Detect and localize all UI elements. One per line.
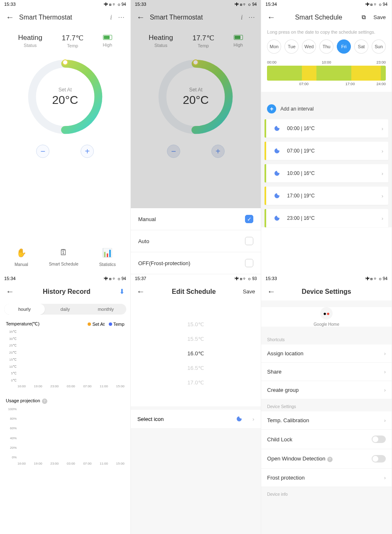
chevron-right-icon: › (382, 170, 383, 177)
day-chip-thu[interactable]: Thu (319, 39, 333, 54)
chevron-right-icon: › (252, 416, 254, 422)
time-range-tabs: hourly daily monthly (4, 304, 126, 315)
interval-row[interactable]: 23:00 | 16°C› (265, 209, 388, 227)
moon-icon (274, 170, 280, 177)
chevron-right-icon: › (382, 126, 383, 132)
usage-chart: Usage projection? 100%80%60%40%20%0% 16:… (2, 395, 128, 469)
tab-hourly[interactable]: hourly (4, 304, 45, 315)
status-icons: ✱ ⊠ ᯤ ▢94 (104, 2, 126, 7)
share[interactable]: Share› (261, 363, 392, 381)
back-icon[interactable]: ← (6, 12, 14, 22)
header: ← Smart Thermostat i ⋯ (0, 8, 130, 26)
back-icon[interactable]: ← (267, 287, 275, 296)
device-settings: 15:33✱ ⊠ ᯤ ▢94 ← Device Settings ●● Goog… (261, 274, 392, 534)
day-chip-tue[interactable]: Tue (284, 39, 299, 54)
calendar-icon: 🗓 (49, 248, 78, 257)
hand-icon: ✋ (15, 248, 28, 258)
chevron-right-icon: › (382, 215, 383, 221)
smart-schedule: 15:34✱ ⊠ ᯤ ▢94 ← Smart Schedule ⧉ Save L… (261, 0, 392, 274)
chevron-right-icon: › (384, 475, 386, 481)
open-window-detection[interactable]: Open Window Detection? (261, 449, 392, 469)
readout-row: HeatingStatus 17.7℃Temp High (0, 26, 130, 52)
checkbox-checked-icon[interactable]: ✓ (245, 215, 253, 223)
save-button[interactable]: Save (373, 14, 386, 20)
checkbox-icon[interactable] (245, 237, 253, 245)
select-icon-row[interactable]: Select icon › (131, 410, 261, 428)
child-lock[interactable]: Child Lock (261, 430, 392, 449)
moon-icon (274, 192, 280, 199)
clock: 15:33 (4, 2, 16, 7)
plus-icon: + (267, 104, 276, 113)
day-chip-fri[interactable]: Fri (337, 39, 351, 54)
chevron-right-icon: › (384, 417, 386, 423)
create-group[interactable]: Create group› (261, 381, 392, 399)
thermostat-mode-sheet: 15:33✱ ⊠ ᯤ ▢94 ← Smart Thermostat i⋯ Hea… (131, 0, 262, 274)
download-icon[interactable]: ⬇ (119, 288, 125, 295)
chart-icon: 📊 (99, 248, 116, 258)
mode-off[interactable]: OFF(Frost-protection) (131, 252, 261, 274)
picker-option[interactable]: 17.0℃ (131, 375, 261, 390)
tab-monthly[interactable]: monthly (86, 304, 126, 315)
chevron-right-icon: › (384, 350, 386, 357)
mode-selector-sheet: Manual✓ Auto OFF(Frost-protection) (131, 208, 261, 274)
more-icon[interactable]: ⋯ (118, 13, 125, 21)
checkbox-icon[interactable] (245, 259, 253, 267)
back-icon[interactable]: ← (6, 287, 14, 296)
picker-option[interactable]: 15.0℃ (131, 317, 261, 332)
toggle-switch[interactable] (372, 455, 386, 463)
temperature-gauge[interactable]: Set At20°C (26, 57, 105, 136)
temp-value: 17.7℃ (62, 34, 83, 42)
mode-auto[interactable]: Auto (131, 230, 261, 252)
plus-button[interactable]: + (81, 145, 94, 158)
edit-schedule: 15:37✱ ⊠ ᯤ ▢93 ← Edit Schedule Save 15.0… (131, 274, 262, 534)
interval-row[interactable]: 00:00 | 16°C› (265, 119, 388, 138)
status-value: Heating (18, 34, 42, 42)
section-header: Shortcuts (261, 332, 392, 345)
day-chip-wed[interactable]: Wed (302, 39, 316, 54)
hint-text: Long press on the date to copy the sched… (261, 26, 392, 38)
section-header: Device Settings (261, 399, 392, 411)
page-title: Device Settings (280, 288, 372, 295)
battery-icon (103, 35, 112, 40)
save-button[interactable]: Save (243, 288, 255, 295)
nav-manual[interactable]: ✋Manual (15, 248, 28, 268)
day-chip-mon[interactable]: Mon (267, 39, 281, 54)
section-header: Device info (261, 487, 392, 499)
picker-option[interactable]: 15.5℃ (131, 332, 261, 346)
chevron-right-icon: › (384, 387, 386, 393)
back-icon[interactable]: ← (137, 287, 145, 296)
temperature-chart: Temperature(℃) Set AtTemp 35℃30℃25℃20℃15… (2, 318, 128, 391)
assign-location[interactable]: Assign location› (261, 345, 392, 363)
page-title: Smart Thermostat (19, 14, 105, 21)
interval-row[interactable]: 17:00 | 19°C› (265, 187, 388, 205)
toggle-switch[interactable] (372, 436, 386, 443)
copy-icon[interactable]: ⧉ (362, 14, 366, 21)
temperature-picker[interactable]: 15.0℃15.5℃16.0℃16.5℃17.0℃ (131, 300, 261, 406)
interval-row[interactable]: 07:00 | 19°C› (265, 142, 388, 160)
frost-protection[interactable]: Frost protection› (261, 469, 392, 487)
chevron-right-icon: › (382, 148, 383, 154)
page-title: Edit Schedule (150, 288, 238, 295)
tab-daily[interactable]: daily (45, 304, 86, 315)
temp-calibration[interactable]: Temp. Calibration› (261, 411, 392, 430)
schedule-timeline[interactable]: 00:0010:0023:00 07:0017:0024:00 (261, 55, 392, 92)
picker-option[interactable]: 16.5℃ (131, 361, 261, 375)
day-chip-sat[interactable]: Sat (354, 39, 368, 54)
moon-icon (274, 125, 280, 132)
chevron-right-icon: › (382, 193, 383, 199)
nav-schedule[interactable]: 🗓Smart Schedule (49, 248, 78, 268)
mode-manual[interactable]: Manual✓ (131, 208, 261, 230)
interval-row[interactable]: 10:00 | 16°C› (265, 164, 388, 182)
minus-button[interactable]: − (36, 145, 49, 158)
day-selector: MonTueWedThuFriSatSun (261, 38, 392, 55)
day-chip-sun[interactable]: Sun (372, 39, 386, 54)
google-assistant-icon[interactable]: ●● (320, 307, 333, 320)
help-icon[interactable]: ? (42, 399, 47, 404)
nav-statistics[interactable]: 📊Statistics (99, 248, 116, 268)
add-interval-button[interactable]: +Add an interval (261, 98, 392, 119)
picker-option[interactable]: 16.0℃ (131, 346, 261, 361)
back-icon[interactable]: ← (267, 12, 275, 22)
info-icon[interactable]: i (110, 14, 112, 21)
chevron-right-icon: › (384, 369, 386, 375)
help-icon[interactable]: ? (327, 457, 333, 462)
